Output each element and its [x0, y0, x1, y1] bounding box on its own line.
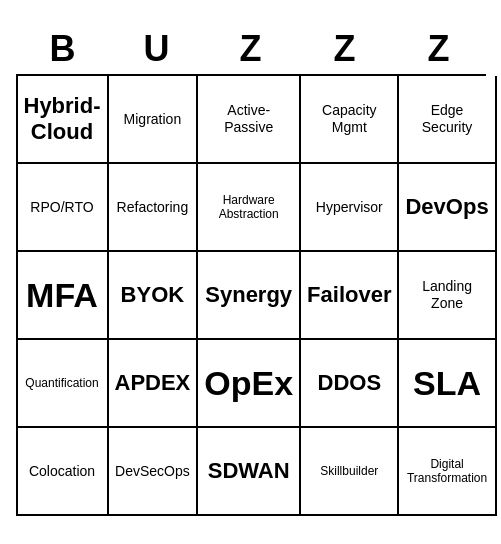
bingo-header: BUZZZ [16, 28, 486, 70]
bingo-cell-0: Hybrid-Cloud [18, 76, 109, 164]
bingo-cell-text-8: Hypervisor [316, 199, 383, 216]
bingo-cell-text-10: MFA [26, 275, 98, 316]
bingo-cell-17: OpEx [198, 340, 301, 428]
bingo-cell-text-11: BYOK [121, 282, 185, 308]
bingo-cell-5: RPO/RTO [18, 164, 109, 252]
bingo-cell-text-3: Capacity Mgmt [307, 102, 391, 136]
bingo-cell-text-21: DevSecOps [115, 463, 190, 480]
bingo-cell-3: Capacity Mgmt [301, 76, 399, 164]
bingo-cell-text-2: Active-Passive [204, 102, 293, 136]
bingo-cell-20: Colocation [18, 428, 109, 516]
bingo-cell-text-4: Edge Security [405, 102, 488, 136]
bingo-cell-16: APDEX [109, 340, 199, 428]
bingo-cell-text-19: SLA [413, 363, 481, 404]
header-letter-2: Z [204, 28, 298, 70]
bingo-grid: Hybrid-CloudMigrationActive-PassiveCapac… [16, 74, 486, 516]
bingo-cell-18: DDOS [301, 340, 399, 428]
bingo-cell-19: SLA [399, 340, 496, 428]
bingo-cell-13: Failover [301, 252, 399, 340]
header-letter-4: Z [392, 28, 486, 70]
bingo-cell-21: DevSecOps [109, 428, 199, 516]
bingo-container: BUZZZ Hybrid-CloudMigrationActive-Passiv… [16, 28, 486, 516]
bingo-cell-2: Active-Passive [198, 76, 301, 164]
bingo-cell-text-15: Quantification [25, 376, 98, 390]
bingo-cell-10: MFA [18, 252, 109, 340]
bingo-cell-text-16: APDEX [115, 370, 191, 396]
bingo-cell-1: Migration [109, 76, 199, 164]
bingo-cell-6: Refactoring [109, 164, 199, 252]
bingo-cell-text-18: DDOS [318, 370, 382, 396]
bingo-cell-8: Hypervisor [301, 164, 399, 252]
bingo-cell-text-23: Skillbuilder [320, 464, 378, 478]
bingo-cell-24: Digital Transformation [399, 428, 496, 516]
bingo-cell-text-6: Refactoring [117, 199, 189, 216]
bingo-cell-12: Synergy [198, 252, 301, 340]
bingo-cell-text-0: Hybrid-Cloud [24, 93, 101, 146]
bingo-cell-text-17: OpEx [204, 363, 293, 404]
bingo-cell-text-1: Migration [124, 111, 182, 128]
bingo-cell-text-24: Digital Transformation [405, 457, 488, 486]
bingo-cell-text-5: RPO/RTO [30, 199, 93, 216]
bingo-cell-text-12: Synergy [205, 282, 292, 308]
header-letter-1: U [110, 28, 204, 70]
bingo-cell-7: Hardware Abstraction [198, 164, 301, 252]
bingo-cell-text-9: DevOps [405, 194, 488, 220]
bingo-cell-text-22: SDWAN [208, 458, 290, 484]
bingo-cell-text-13: Failover [307, 282, 391, 308]
bingo-cell-15: Quantification [18, 340, 109, 428]
bingo-cell-14: Landing Zone [399, 252, 496, 340]
bingo-cell-text-14: Landing Zone [405, 278, 488, 312]
header-letter-0: B [16, 28, 110, 70]
bingo-cell-22: SDWAN [198, 428, 301, 516]
bingo-cell-4: Edge Security [399, 76, 496, 164]
bingo-cell-9: DevOps [399, 164, 496, 252]
bingo-cell-23: Skillbuilder [301, 428, 399, 516]
bingo-cell-text-20: Colocation [29, 463, 95, 480]
header-letter-3: Z [298, 28, 392, 70]
bingo-cell-text-7: Hardware Abstraction [204, 193, 293, 222]
bingo-cell-11: BYOK [109, 252, 199, 340]
